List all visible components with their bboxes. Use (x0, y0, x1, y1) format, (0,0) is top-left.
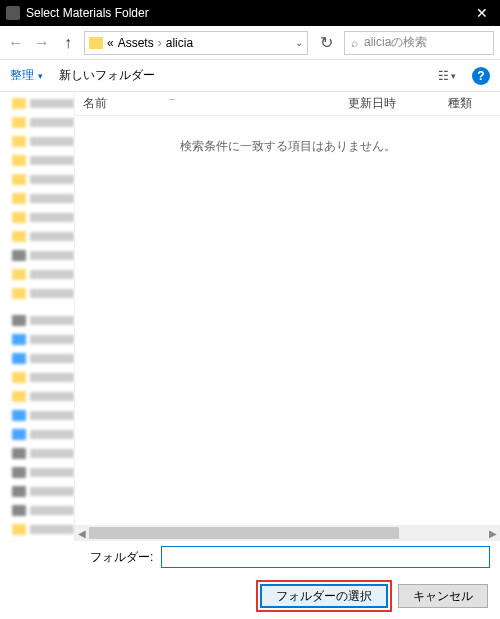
sort-indicator-icon: ⌒ (167, 97, 177, 111)
col-date[interactable]: 更新日時 (340, 95, 440, 112)
window-title: Select Materials Folder (26, 6, 149, 20)
scroll-right-icon[interactable]: ▶ (486, 528, 500, 539)
chevron-down-icon[interactable]: ⌄ (295, 37, 303, 48)
select-folder-button[interactable]: フォルダーの選択 (260, 584, 388, 608)
toolbar: 整理 ▾ 新しいフォルダー ☷ ▾ ? (0, 60, 500, 92)
folder-label: フォルダー: (90, 549, 153, 566)
dialog-buttons: フォルダーの選択 キャンセル (0, 573, 500, 619)
col-name[interactable]: 名前 (83, 95, 107, 112)
folder-name-input[interactable] (161, 546, 490, 568)
search-placeholder: aliciaの検索 (364, 34, 427, 51)
scroll-left-icon[interactable]: ◀ (75, 528, 89, 539)
new-folder-button[interactable]: 新しいフォルダー (59, 67, 155, 84)
organize-label: 整理 (10, 67, 34, 84)
path-prefix: « (107, 36, 114, 50)
horizontal-scrollbar[interactable]: ◀ ▶ (75, 525, 500, 541)
close-icon[interactable]: ✕ (470, 5, 494, 21)
breadcrumb[interactable]: « Assets › alicia ⌄ (84, 31, 308, 55)
empty-message: 検索条件に一致する項目はありません。 (75, 116, 500, 525)
chevron-right-icon: › (158, 36, 162, 50)
titlebar: Select Materials Folder ✕ (0, 0, 500, 26)
scrollbar-thumb[interactable] (89, 527, 399, 539)
highlight-annotation: フォルダーの選択 (256, 580, 392, 612)
folder-name-row: フォルダー: (0, 541, 500, 573)
search-icon: ⌕ (351, 36, 358, 50)
crumb-assets[interactable]: Assets (118, 36, 154, 50)
nav-row: ← → ↑ « Assets › alicia ⌄ ↻ ⌕ aliciaの検索 (0, 26, 500, 60)
column-headers: 名前 ⌒ 更新日時 種類 (75, 92, 500, 116)
chevron-down-icon: ▾ (38, 71, 43, 81)
view-mode-button[interactable]: ☷ ▾ (438, 69, 456, 83)
folder-icon (89, 37, 103, 49)
up-icon[interactable]: ↑ (58, 33, 78, 53)
col-type[interactable]: 種類 (440, 95, 500, 112)
search-input[interactable]: ⌕ aliciaの検索 (344, 31, 494, 55)
organize-menu[interactable]: 整理 ▾ (10, 67, 43, 84)
refresh-icon[interactable]: ↻ (314, 33, 338, 52)
crumb-alicia[interactable]: alicia (166, 36, 193, 50)
help-icon[interactable]: ? (472, 67, 490, 85)
app-icon (6, 6, 20, 20)
main-area: 名前 ⌒ 更新日時 種類 検索条件に一致する項目はありません。 ◀ ▶ (0, 92, 500, 541)
cancel-button[interactable]: キャンセル (398, 584, 488, 608)
forward-icon: → (32, 33, 52, 53)
folder-tree[interactable] (0, 92, 75, 541)
file-list: 名前 ⌒ 更新日時 種類 検索条件に一致する項目はありません。 ◀ ▶ (75, 92, 500, 541)
back-icon[interactable]: ← (6, 33, 26, 53)
